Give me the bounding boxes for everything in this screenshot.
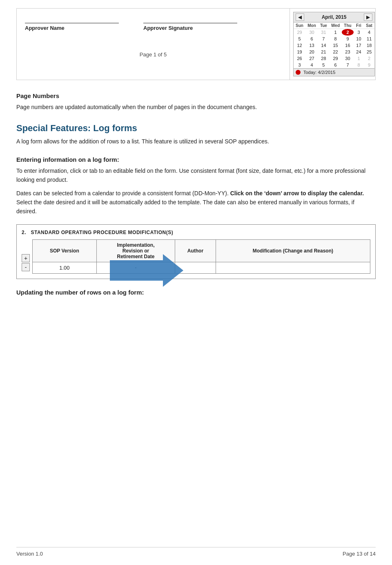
- log-form-section: 2. STANDARD OPERATING PROCEDURE MODIFICA…: [16, 224, 376, 279]
- calendar-grid: Sun Mon Tue Wed Thu Fri Sat 293031123456…: [294, 22, 374, 68]
- today-label: Today: 4/2/2015: [303, 70, 335, 75]
- table-row: 1.00 -: [33, 262, 370, 273]
- cal-cell[interactable]: 2: [364, 55, 374, 62]
- cal-day-sat: Sat: [364, 22, 374, 29]
- doc-fields-area: Approver Name Approver Signature Page 1 …: [17, 9, 290, 68]
- cal-day-thu: Thu: [342, 22, 353, 29]
- cal-cell[interactable]: 30: [305, 29, 318, 36]
- special-features-heading: Special Features: Log forms: [16, 123, 376, 134]
- cal-cell[interactable]: 29: [294, 29, 305, 36]
- cal-cell[interactable]: 20: [305, 49, 318, 55]
- cal-cell[interactable]: 4: [305, 62, 318, 68]
- cal-cell[interactable]: 31: [318, 29, 329, 36]
- cal-day-tue: Tue: [318, 22, 329, 29]
- footer-version: Version 1.0: [16, 551, 43, 557]
- calendar-title: April, 2015: [322, 14, 347, 20]
- cal-cell[interactable]: 25: [364, 49, 374, 55]
- cal-cell[interactable]: 10: [354, 36, 364, 42]
- cal-cell[interactable]: 29: [329, 55, 342, 62]
- document-preview: Approver Name Approver Signature Page 1 …: [16, 8, 376, 80]
- cal-cell[interactable]: 28: [318, 55, 329, 62]
- cal-cell[interactable]: 3: [354, 29, 364, 36]
- cal-cell[interactable]: 8: [354, 62, 364, 68]
- cal-cell[interactable]: 13: [305, 42, 318, 49]
- cell-author: [175, 262, 216, 273]
- approver-name-field: Approver Name: [25, 17, 119, 39]
- dates-paragraph: Dates can be selected from a calendar to…: [16, 189, 376, 216]
- dates-bold: Click on the ‘down’ arrow to display the…: [230, 190, 364, 197]
- calendar-next[interactable]: ▶: [364, 13, 372, 21]
- cal-cell[interactable]: 23: [342, 49, 353, 55]
- cal-cell[interactable]: 15: [329, 42, 342, 49]
- approver-signature-field: Approver Signature: [143, 17, 237, 39]
- cal-cell[interactable]: 6: [329, 62, 342, 68]
- cell-modification: [216, 262, 370, 273]
- footer-page: Page 13 of 14: [343, 551, 376, 557]
- dates-text1: Dates can be selected from a calendar to…: [16, 190, 230, 197]
- dates-section: Dates can be selected from a calendar to…: [16, 189, 376, 216]
- col-sop-version: SOP Version: [33, 239, 97, 262]
- cal-cell[interactable]: 16: [342, 42, 353, 49]
- calendar-footer: Today: 4/2/2015: [294, 68, 374, 76]
- col-author: Author: [175, 239, 216, 262]
- cal-cell[interactable]: 8: [329, 36, 342, 42]
- cal-cell[interactable]: 4: [364, 29, 374, 36]
- cal-cell[interactable]: 19: [294, 49, 305, 55]
- cal-cell[interactable]: 24: [354, 49, 364, 55]
- cal-cell[interactable]: 7: [318, 36, 329, 42]
- log-row-buttons: + -: [22, 254, 30, 274]
- special-features-section: Special Features: Log forms A log form a…: [16, 123, 376, 146]
- log-form-header: 2. STANDARD OPERATING PROCEDURE MODIFICA…: [22, 230, 370, 235]
- calendar-widget: ◀ April, 2015 ▶ Sun Mon Tue Wed Thu Fri: [290, 9, 375, 80]
- cal-cell[interactable]: 12: [294, 42, 305, 49]
- doc-page-number: Page 1 of 5: [25, 51, 281, 64]
- cal-cell[interactable]: 27: [305, 55, 318, 62]
- cal-cell[interactable]: 2: [342, 29, 353, 36]
- cal-cell[interactable]: 5: [294, 36, 305, 42]
- page-footer: Version 1.0 Page 13 of 14: [16, 547, 376, 557]
- add-row-button[interactable]: +: [22, 254, 30, 262]
- cal-cell[interactable]: 5: [318, 62, 329, 68]
- cal-cell[interactable]: 30: [342, 55, 353, 62]
- updating-rows-heading: Updating the number of rows on a log for…: [16, 289, 376, 296]
- cal-cell[interactable]: 1: [354, 55, 364, 62]
- remove-row-button[interactable]: -: [22, 263, 30, 271]
- dates-text2: Select the date desired and it will be a…: [16, 199, 354, 214]
- calendar-header: ◀ April, 2015 ▶: [294, 12, 374, 22]
- log-table-container: SOP Version Implementation,Revision orRe…: [32, 239, 370, 274]
- updating-rows-section: Updating the number of rows on a log for…: [16, 289, 376, 296]
- cal-cell[interactable]: 6: [305, 36, 318, 42]
- cal-cell[interactable]: 21: [318, 49, 329, 55]
- special-features-intro: A log form allows for the addition of ro…: [16, 137, 376, 146]
- cal-cell[interactable]: 3: [294, 62, 305, 68]
- entering-info-heading: Entering information on a log form:: [16, 156, 376, 163]
- log-table-wrapper: + - SOP Version Implementation,Revision …: [22, 239, 370, 274]
- calendar-prev[interactable]: ◀: [296, 13, 304, 21]
- today-icon: [296, 70, 301, 75]
- cal-cell[interactable]: 18: [364, 42, 374, 49]
- log-table: SOP Version Implementation,Revision orRe…: [32, 239, 370, 274]
- approver-signature-line: [143, 17, 237, 23]
- cal-cell[interactable]: 1: [329, 29, 342, 36]
- cal-cell[interactable]: 17: [354, 42, 364, 49]
- cal-cell[interactable]: 11: [364, 36, 374, 42]
- entering-info-text1: To enter information, click or tab to an…: [16, 167, 178, 174]
- cal-day-fri: Fri: [354, 22, 364, 29]
- page-numbers-section: Page Numbers Page numbers are updated au…: [16, 92, 376, 112]
- col-modification: Modification (Change and Reason): [216, 239, 370, 262]
- cal-cell[interactable]: 7: [342, 62, 353, 68]
- approver-name-line: [25, 17, 119, 23]
- cal-cell[interactable]: 14: [318, 42, 329, 49]
- cal-cell[interactable]: 26: [294, 55, 305, 62]
- approver-fields: Approver Name Approver Signature: [25, 17, 281, 39]
- cal-cell[interactable]: 22: [329, 49, 342, 55]
- entering-info-section: Entering information on a log form: To e…: [16, 156, 376, 185]
- cal-day-mon: Mon: [305, 22, 318, 29]
- cal-day-wed: Wed: [329, 22, 342, 29]
- page-numbers-heading: Page Numbers: [16, 92, 376, 99]
- cal-cell[interactable]: 9: [364, 62, 374, 68]
- calendar: ◀ April, 2015 ▶ Sun Mon Tue Wed Thu Fri: [293, 12, 375, 76]
- col-impl-date: Implementation,Revision orRetirement Dat…: [96, 239, 175, 262]
- entering-info-text: To enter information, click or tab to an…: [16, 166, 376, 185]
- cal-cell[interactable]: 9: [342, 36, 353, 42]
